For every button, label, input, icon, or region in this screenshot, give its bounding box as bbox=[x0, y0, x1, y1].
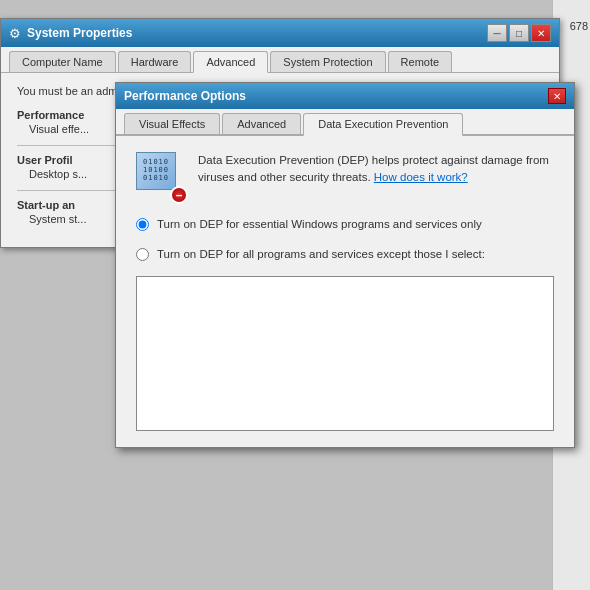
system-properties-icon: ⚙ bbox=[9, 26, 21, 41]
dep-radio-2[interactable] bbox=[136, 248, 149, 261]
bg-number: 678 bbox=[570, 20, 588, 32]
dep-icon-inner: 01010 10100 01010 bbox=[136, 152, 176, 190]
tab-computer-name[interactable]: Computer Name bbox=[9, 51, 116, 72]
dep-icon-text: 01010 10100 01010 bbox=[143, 159, 169, 182]
tab-remote[interactable]: Remote bbox=[388, 51, 453, 72]
dep-link[interactable]: How does it work? bbox=[374, 171, 468, 183]
tab-system-protection[interactable]: System Protection bbox=[270, 51, 385, 72]
perf-body: 01010 10100 01010 – Data Execution Preve… bbox=[116, 136, 574, 447]
system-properties-tab-bar: Computer Name Hardware Advanced System P… bbox=[1, 47, 559, 73]
dep-radio-2-label: Turn on DEP for all programs and service… bbox=[157, 246, 485, 262]
dep-radio-option-1: Turn on DEP for essential Windows progra… bbox=[136, 216, 554, 232]
system-properties-title: System Properties bbox=[27, 26, 132, 40]
perf-tab-bar: Visual Effects Advanced Data Execution P… bbox=[116, 109, 574, 136]
title-bar-left: ⚙ System Properties bbox=[9, 26, 132, 41]
dep-radio-option-2: Turn on DEP for all programs and service… bbox=[136, 246, 554, 262]
dep-radio-1[interactable] bbox=[136, 218, 149, 231]
tab-dep[interactable]: Data Execution Prevention bbox=[303, 113, 463, 136]
minimize-button[interactable]: ─ bbox=[487, 24, 507, 42]
tab-advanced[interactable]: Advanced bbox=[193, 51, 268, 73]
system-properties-title-bar: ⚙ System Properties ─ □ ✕ bbox=[1, 19, 559, 47]
close-button[interactable]: ✕ bbox=[531, 24, 551, 42]
perf-title-bar: Performance Options ✕ bbox=[116, 83, 574, 109]
perf-close-button[interactable]: ✕ bbox=[548, 88, 566, 104]
tab-hardware[interactable]: Hardware bbox=[118, 51, 192, 72]
maximize-button[interactable]: □ bbox=[509, 24, 529, 42]
program-list-box[interactable] bbox=[136, 276, 554, 431]
performance-options-dialog: Performance Options ✕ Visual Effects Adv… bbox=[115, 82, 575, 448]
dep-radio-1-label: Turn on DEP for essential Windows progra… bbox=[157, 216, 482, 232]
tab-visual-effects[interactable]: Visual Effects bbox=[124, 113, 220, 134]
dep-header: 01010 10100 01010 – Data Execution Preve… bbox=[136, 152, 554, 200]
perf-title: Performance Options bbox=[124, 89, 246, 103]
dep-icon-badge: – bbox=[170, 186, 188, 204]
dep-description: Data Execution Prevention (DEP) helps pr… bbox=[198, 152, 554, 187]
dep-icon: 01010 10100 01010 – bbox=[136, 152, 184, 200]
tab-perf-advanced[interactable]: Advanced bbox=[222, 113, 301, 134]
title-bar-controls: ─ □ ✕ bbox=[487, 24, 551, 42]
